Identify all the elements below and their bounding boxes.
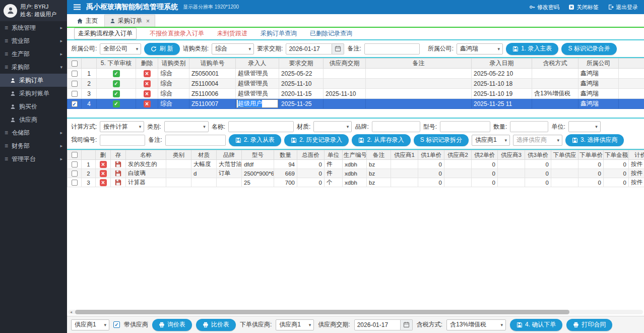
choose-supplier-button[interactable]: 3. 选择供应商 xyxy=(565,134,624,146)
compare-price-button[interactable]: 比价表 xyxy=(196,319,236,331)
item-row[interactable]: 1×发的发生的大幅度大范甘油dfdf940件xdbhbz00000按件 xyxy=(68,160,644,169)
logout-button[interactable]: 退出登录 xyxy=(608,4,638,11)
table-cell xyxy=(551,169,578,178)
subtab-direct-entry[interactable]: 不报价直接录入订单 xyxy=(150,29,204,38)
delete-icon[interactable]: × xyxy=(100,170,107,177)
save-icon[interactable] xyxy=(115,161,122,168)
print-contract-button[interactable]: 打印合同 xyxy=(566,319,612,331)
hamburger-menu-icon[interactable] xyxy=(73,4,81,11)
row-checkbox[interactable] xyxy=(72,171,78,177)
sidebar-item-warehouse-dept[interactable]: ≡仓储部▸ xyxy=(0,126,67,139)
unit-select[interactable]: ▾ xyxy=(568,121,601,132)
item-row[interactable]: 2×白玻璃d订单2500*900*66690件xdbhbz00000按件 xyxy=(68,169,644,178)
row-checkbox[interactable] xyxy=(72,180,78,186)
with-supplier-checkbox[interactable]: ✓ xyxy=(113,321,120,328)
detail-remark-input[interactable] xyxy=(165,135,226,146)
close-icon xyxy=(568,4,574,10)
sidebar-item-management-platform[interactable]: ≡管理平台▸ xyxy=(0,152,67,165)
calendar-icon[interactable] xyxy=(332,43,344,54)
request-category-select[interactable]: 综合▾ xyxy=(212,43,254,54)
split-records-button[interactable]: S 标识记录拆分 xyxy=(414,134,469,146)
subtab-deleted-query[interactable]: 已删除记录查询 xyxy=(310,29,352,38)
owning-company-select[interactable]: 鑫鸿瑞▾ xyxy=(457,43,503,54)
subtab-order-query[interactable]: 采购订单查询 xyxy=(261,29,297,38)
approve-check-icon[interactable]: ✓ xyxy=(113,90,120,97)
save-icon[interactable] xyxy=(115,179,122,186)
calendar-icon[interactable] xyxy=(401,319,413,330)
delete-icon[interactable]: × xyxy=(144,90,151,97)
required-date-input[interactable] xyxy=(286,43,332,54)
close-tab-icon[interactable]: × xyxy=(146,19,150,24)
table-cell: 2020-11-15 xyxy=(279,89,324,99)
sidebar-item-purchasing-dept[interactable]: ≡采购部▾ xyxy=(0,61,67,74)
sidebar-item-purchase-reconciliation[interactable]: 采购对账单 xyxy=(0,87,67,100)
sidebar-item-production-dept[interactable]: ≡生产部▸ xyxy=(0,47,67,61)
our-number-input[interactable] xyxy=(100,135,145,146)
select-all-checkbox[interactable] xyxy=(72,61,78,67)
table-cell: 0 xyxy=(472,178,498,187)
table-cell: xdbh xyxy=(343,169,367,178)
material-select[interactable]: ▾ xyxy=(313,121,352,132)
model-input[interactable] xyxy=(440,121,490,132)
close-tabs-button[interactable]: 关闭标签 xyxy=(568,4,599,11)
name-input[interactable] xyxy=(228,121,294,132)
approve-check-icon[interactable]: ✓ xyxy=(113,70,120,77)
row-checkbox[interactable]: ✓ xyxy=(72,101,78,107)
delete-icon[interactable]: × xyxy=(100,179,107,186)
item-row[interactable]: 3×计算器257000个xdbhbz00000按件 xyxy=(68,178,644,187)
delete-icon[interactable]: × xyxy=(144,80,151,87)
order-supplier-select[interactable]: 供应商1▾ xyxy=(276,319,314,330)
tab-purchase-order[interactable]: 采购订单 × xyxy=(104,15,155,27)
choose-supplier-select[interactable]: 选择供应商▾ xyxy=(513,135,562,146)
subtab-followup[interactable]: 未到货跟进 xyxy=(217,29,247,38)
history-entry-button[interactable]: 2. 历史记录录入 xyxy=(284,134,349,146)
change-password-button[interactable]: 修改密码 xyxy=(529,4,559,11)
order-row[interactable]: ✓4✓×综合Z5110007超级用户2025-11-252025-11-25 1… xyxy=(68,99,644,109)
approve-check-icon[interactable]: ✓ xyxy=(113,100,120,107)
inquiry-sheet-button[interactable]: 询价表 xyxy=(152,319,192,331)
calc-method-select[interactable]: 按件计算▾ xyxy=(100,121,144,132)
table-cell xyxy=(444,178,472,187)
refresh-button[interactable]: 刷 新 xyxy=(144,43,179,55)
scroll-left-icon[interactable]: ◂ xyxy=(68,310,74,314)
brand-input[interactable] xyxy=(372,121,420,132)
sidebar-item-system-management[interactable]: ≡系统管理▸ xyxy=(0,21,67,34)
company-select[interactable]: 全部公司▾ xyxy=(100,43,141,54)
supplier-slot-select[interactable]: 供应商1▾ xyxy=(472,135,510,146)
quantity-input[interactable] xyxy=(510,121,548,132)
horizontal-scrollbar[interactable]: ◂ xyxy=(68,310,643,314)
order-row[interactable]: 2✓×综合Z5110004超级管理员2025-11-102025-11-10 1… xyxy=(68,79,644,89)
tax-method-select[interactable]: 含13%增值税▾ xyxy=(446,319,506,330)
order-row[interactable]: 1✓×综合Z5050001超级管理员2025-05-222025-05-22 1… xyxy=(68,69,644,79)
delete-icon[interactable]: × xyxy=(100,161,107,168)
merge-records-button[interactable]: S 标识记录合并 xyxy=(561,43,616,55)
row-checkbox[interactable] xyxy=(72,71,78,77)
row-checkbox[interactable] xyxy=(72,161,78,168)
bottom-supplier-select[interactable]: 供应商1▾ xyxy=(71,319,109,330)
sidebar-item-supplier[interactable]: 供应商 xyxy=(0,113,67,126)
sidebar-item-sales-dept[interactable]: ≡营业部▸ xyxy=(0,34,67,47)
delete-icon[interactable]: × xyxy=(144,70,151,77)
tab-home[interactable]: 主页 xyxy=(71,15,103,27)
scrollbar-thumb[interactable] xyxy=(75,310,569,314)
column-header: 录入人 xyxy=(236,59,279,69)
sidebar-item-purchase-price[interactable]: 购买价 xyxy=(0,100,67,113)
save-icon[interactable] xyxy=(115,170,122,177)
remark-input[interactable] xyxy=(364,43,420,54)
sidebar-item-purchase-order[interactable]: 采购订单 xyxy=(0,74,67,87)
stock-entry-button[interactable]: 2. 从库存录入 xyxy=(352,134,410,146)
enter-main-table-button[interactable]: 1. 录入主表 xyxy=(506,43,558,55)
confirm-order-button[interactable]: 4. 确认下单 xyxy=(510,319,562,331)
approve-check-icon[interactable]: ✓ xyxy=(113,80,120,87)
supplier-due-input[interactable] xyxy=(354,319,401,330)
subtab-flow-entry[interactable]: 走采购流程录入订单 xyxy=(74,28,137,39)
inline-editor[interactable]: 超级用户 xyxy=(236,99,278,108)
category-select[interactable]: ▾ xyxy=(164,121,209,132)
order-row[interactable]: 3✓×综合Z5110006超级管理员2020-11-152025-11-1020… xyxy=(68,89,644,99)
row-checkbox[interactable] xyxy=(72,91,78,97)
row-checkbox[interactable] xyxy=(72,81,78,87)
enter-detail-table-button[interactable]: 2. 录入从表 xyxy=(229,134,281,146)
select-all-checkbox[interactable] xyxy=(72,152,78,158)
sidebar-item-finance-dept[interactable]: ≡财务部▸ xyxy=(0,139,67,152)
delete-icon[interactable]: × xyxy=(144,100,151,107)
